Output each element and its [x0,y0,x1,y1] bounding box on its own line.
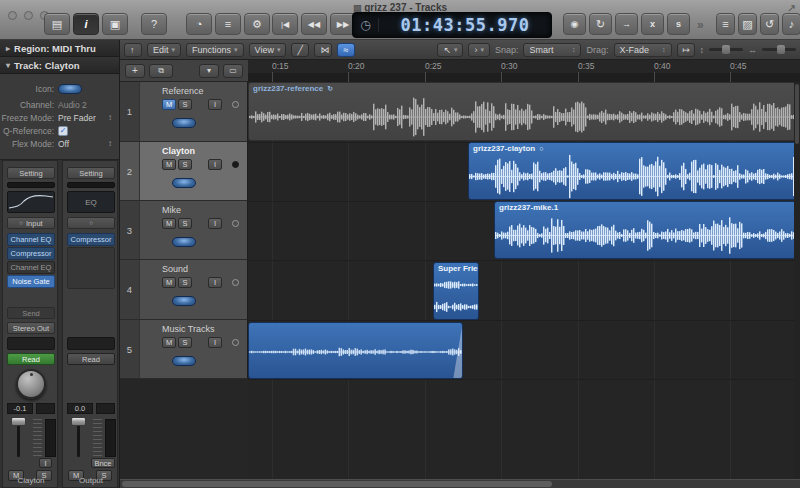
snap-menu[interactable]: Smart↕ [523,43,581,57]
fader-handle[interactable] [71,417,86,426]
flex-mode-value[interactable]: Off [58,139,69,149]
fader-handle[interactable] [11,417,26,426]
left-click-tool-menu[interactable]: ↖▾ [437,43,463,57]
group-slot[interactable] [7,337,55,350]
peak-value[interactable] [96,403,115,414]
horizontal-zoom-handle[interactable] [777,45,785,54]
automation-toggle-button[interactable]: ↑ [124,43,142,57]
input-slot[interactable]: ○ [67,217,115,229]
track-name[interactable]: Mike [162,205,181,215]
plugin-slot-compressor[interactable]: Compressor [67,233,115,246]
inspector-button[interactable]: i [73,13,99,35]
track-mute-button[interactable]: M [162,337,176,348]
volume-value[interactable]: 0.0 [67,403,93,414]
track-inspector-header[interactable]: ▾ Track: Clayton [0,57,119,74]
region-clayton[interactable]: grizz237-clayton○ [468,142,800,200]
track-header-clayton[interactable]: 2 Clayton MS I [120,142,248,201]
mixer-button[interactable]: ≡ [215,13,241,35]
input-monitor-button[interactable]: I [39,458,52,468]
duplicate-track-button[interactable]: ⧉ [149,64,173,78]
setting-button[interactable]: Setting [7,167,55,179]
track-solo-button[interactable]: S [178,277,192,288]
peak-value[interactable] [36,403,55,414]
cycle-button[interactable]: ↻ [589,13,612,35]
group-settings-button[interactable]: ▾ [199,64,219,78]
freeze-mode-stepper-icon[interactable]: ↕ [108,113,112,122]
note-pads-button[interactable]: ▨ [738,13,757,35]
horizontal-scrollbar-thumb[interactable] [122,481,552,487]
track-solo-button[interactable]: S [178,99,192,110]
pan-knob[interactable] [16,369,46,399]
metronome-button[interactable]: ◔ [186,13,212,35]
send-slot[interactable]: Send [7,307,55,319]
track-input-monitor-button[interactable]: I [208,159,222,170]
functions-menu[interactable]: Functions▾ [186,43,244,57]
track-input-monitor-button[interactable]: I [208,99,222,110]
track-solo-button[interactable]: S [178,337,192,348]
drag-menu[interactable]: X-Fade↕ [614,43,672,57]
track-name[interactable]: Music Tracks [162,324,215,334]
group-slot[interactable] [67,337,115,350]
vertical-scrollbar-thumb[interactable] [795,84,799,144]
track-mute-button[interactable]: M [162,99,176,110]
plugin-slot-channel-eq-1[interactable]: Channel EQ [7,233,55,246]
track-header-sound[interactable]: 4 Sound MS I [120,260,248,320]
track-header-reference[interactable]: 1 Reference MS I [120,82,248,142]
track-name[interactable]: Reference [162,86,204,96]
lcd-display[interactable]: ◷ 01:43:55.970 [352,12,552,38]
track-mute-button[interactable]: M [162,159,176,170]
track-header-music-tracks[interactable]: 5 Music Tracks MS I [120,320,248,379]
crossfade-tool-button[interactable]: ⋈ [314,43,332,57]
track-input-monitor-button[interactable]: I [208,337,222,348]
region-reference[interactable]: grizz237-reference↻ [248,82,800,141]
track-record-enable[interactable] [232,101,239,108]
track-mute-button[interactable]: M [162,218,176,229]
tuner-button[interactable]: ◉ [563,13,586,35]
region-super-friend[interactable]: Super Friend [433,262,479,320]
track-record-enable[interactable] [232,339,239,346]
track-record-enable[interactable] [232,279,239,286]
arrange-lanes[interactable]: grizz237-reference↻ grizz237-clayton○ gr… [248,82,800,479]
catch-playhead-button[interactable]: ↦ [677,43,695,57]
output-routing-button[interactable]: Stereo Out [7,322,55,334]
timeline-ruler[interactable]: 0:15 0:20 0:25 0:30 0:35 0:40 0:45 [248,60,800,82]
track-mute-button[interactable]: M [162,277,176,288]
command-click-tool-menu[interactable]: ›▾ [468,43,490,57]
volume-value[interactable]: -0.1 [7,403,33,414]
track-name[interactable]: Sound [162,264,188,274]
automation-mode-button[interactable]: Read [67,353,115,365]
q-reference-checkbox[interactable]: ✓ [58,126,68,136]
plugin-slot-noise-gate[interactable]: Noise Gate [7,275,55,288]
plugin-slot-compressor[interactable]: Compressor [7,247,55,260]
browsers-button[interactable]: ♪ [782,13,800,35]
eq-slot[interactable]: EQ [67,191,115,213]
quick-help-button[interactable]: ? [141,13,167,35]
list-editors-button[interactable]: ≡ [716,13,735,35]
show-flex-button[interactable]: ≈ [337,43,355,57]
rewind-button[interactable]: ◀◀ [301,13,327,35]
eq-thumbnail[interactable] [7,191,55,213]
horizontal-scrollbar[interactable] [120,479,800,488]
go-to-beginning-button[interactable]: |◀ [272,13,298,35]
track-header-mike[interactable]: 3 Mike MS I [120,201,248,260]
track-name[interactable]: Clayton [162,146,195,156]
setting-button[interactable]: Setting [67,167,115,179]
toolbar-overflow-chevron[interactable]: » [697,18,704,32]
toolbox-button[interactable]: ⚙ [244,13,270,35]
input-slot[interactable]: ○ Input [7,217,55,229]
horizontal-zoom-slider[interactable] [762,48,796,51]
track-input-monitor-button[interactable]: I [208,218,222,229]
freeze-mode-value[interactable]: Pre Fader [58,113,96,123]
library-button[interactable]: ▤ [44,13,70,35]
add-track-button[interactable]: + [125,64,145,78]
editors-button[interactable]: ▣ [102,13,128,35]
track-input-monitor-button[interactable]: I [208,277,222,288]
bounce-button[interactable]: Bnce [91,458,115,468]
show-automation-button[interactable]: ╱ [291,43,309,57]
solo-mode-button[interactable]: s [667,13,690,35]
track-icon-speaker[interactable] [58,84,82,94]
edit-menu[interactable]: Edit▾ [147,43,181,57]
vertical-zoom-slider[interactable] [709,48,743,51]
vertical-zoom-handle[interactable] [722,45,730,54]
track-record-enable[interactable] [232,161,239,168]
